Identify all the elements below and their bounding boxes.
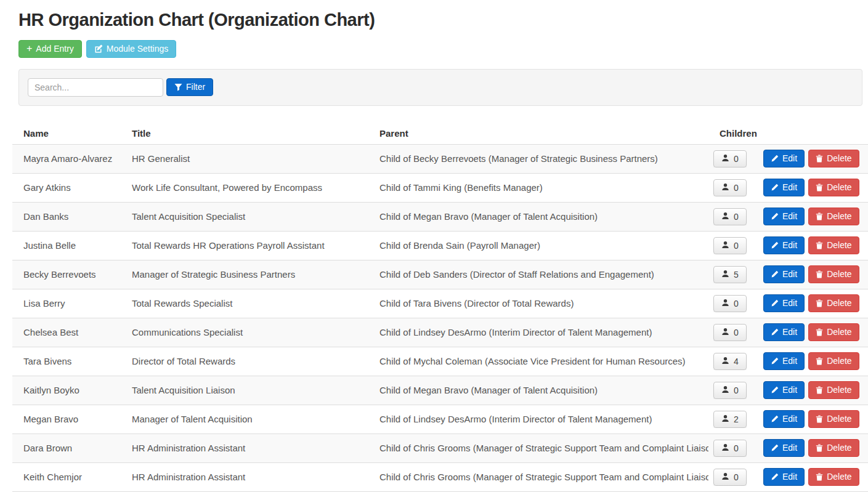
edit-button[interactable]: Edit xyxy=(763,208,805,225)
delete-button[interactable]: Delete xyxy=(808,352,859,370)
children-count-button[interactable]: 0 xyxy=(713,150,747,167)
column-header-children: Children xyxy=(708,128,763,139)
row-parent: Child of Mychal Coleman (Associate Vice … xyxy=(368,356,708,366)
delete-button[interactable]: Delete xyxy=(808,410,859,428)
pencil-icon xyxy=(771,212,779,220)
delete-button[interactable]: Delete xyxy=(808,294,859,312)
person-icon xyxy=(721,414,729,424)
delete-button[interactable]: Delete xyxy=(808,150,859,167)
row-name: Keith Chemjor xyxy=(12,472,121,482)
delete-label: Delete xyxy=(827,269,851,280)
edit-button[interactable]: Edit xyxy=(763,179,805,196)
row-parent: Child of Lindsey DesArmo (Interim Direct… xyxy=(368,327,708,337)
row-children-cell: 0 xyxy=(708,324,763,341)
delete-label: Delete xyxy=(827,443,851,453)
row-name: Kaitlyn Boyko xyxy=(12,385,121,395)
children-count: 0 xyxy=(734,212,739,222)
person-icon xyxy=(721,270,729,280)
row-parent: Child of Megan Bravo (Manager of Talent … xyxy=(368,385,708,395)
children-count: 2 xyxy=(734,414,739,424)
pencil-icon xyxy=(771,415,779,423)
edit-button[interactable]: Edit xyxy=(763,265,805,283)
delete-label: Delete xyxy=(827,414,851,424)
row-children-cell: 0 xyxy=(708,208,763,225)
row-actions: Edit Delete xyxy=(763,323,868,341)
row-actions: Edit Delete xyxy=(763,352,868,370)
person-icon xyxy=(721,154,729,164)
children-count-button[interactable]: 0 xyxy=(713,440,747,457)
row-parent: Child of Tammi King (Benefits Manager) xyxy=(368,182,708,193)
row-title: Director of Total Rewards xyxy=(121,356,368,366)
edit-button[interactable]: Edit xyxy=(763,439,805,457)
table-row: Chelsea Best Communications Specialist C… xyxy=(12,318,868,347)
delete-button[interactable]: Delete xyxy=(808,236,859,254)
delete-button[interactable]: Delete xyxy=(808,208,859,225)
edit-button[interactable]: Edit xyxy=(763,150,805,167)
children-count: 0 xyxy=(734,472,739,482)
row-children-cell: 0 xyxy=(708,469,763,486)
edit-button[interactable]: Edit xyxy=(763,468,805,486)
trash-icon xyxy=(816,328,823,336)
edit-label: Edit xyxy=(782,153,797,164)
children-count-button[interactable]: 0 xyxy=(713,179,747,196)
edit-label: Edit xyxy=(782,443,797,453)
table-row: Megan Bravo Manager of Talent Acquisitio… xyxy=(12,405,868,434)
edit-button[interactable]: Edit xyxy=(763,410,805,428)
row-children-cell: 0 xyxy=(708,179,763,196)
table-row: Keith Chemjor HR Administration Assistan… xyxy=(12,463,868,492)
edit-button[interactable]: Edit xyxy=(763,323,805,341)
pencil-icon xyxy=(771,444,779,452)
row-title: Manager of Talent Acquisition xyxy=(121,414,368,424)
row-title: Total Rewards HR Operations Payroll Assi… xyxy=(121,240,368,251)
delete-button[interactable]: Delete xyxy=(808,468,859,486)
edit-label: Edit xyxy=(782,472,797,482)
delete-button[interactable]: Delete xyxy=(808,323,859,341)
children-count-button[interactable]: 0 xyxy=(713,237,747,254)
filter-label: Filter xyxy=(186,82,205,92)
row-title: Communications Specialist xyxy=(121,327,368,337)
delete-button[interactable]: Delete xyxy=(808,179,859,196)
filter-button[interactable]: Filter xyxy=(166,78,213,96)
edit-button[interactable]: Edit xyxy=(763,381,805,399)
edit-label: Edit xyxy=(782,356,797,366)
children-count: 0 xyxy=(734,183,739,193)
children-count-button[interactable]: 0 xyxy=(713,469,747,486)
search-input[interactable] xyxy=(28,78,163,97)
children-count-button[interactable]: 2 xyxy=(713,411,747,428)
toolbar: + Add Entry Module Settings xyxy=(18,40,868,58)
row-actions: Edit Delete xyxy=(763,179,868,196)
delete-button[interactable]: Delete xyxy=(808,265,859,283)
children-count-button[interactable]: 0 xyxy=(713,295,747,312)
add-entry-button[interactable]: + Add Entry xyxy=(18,40,82,58)
row-name: Gary Atkins xyxy=(12,182,121,193)
children-count-button[interactable]: 0 xyxy=(713,208,747,225)
column-header-name: Name xyxy=(12,128,121,139)
edit-button[interactable]: Edit xyxy=(763,352,805,370)
row-parent: Child of Deb Sanders (Director of Staff … xyxy=(368,269,708,280)
table-body: Mayra Amaro-Alvarez HR Generalist Child … xyxy=(12,145,868,492)
search-panel: Filter xyxy=(18,69,862,106)
pencil-icon xyxy=(771,241,779,249)
person-icon xyxy=(721,328,729,337)
delete-label: Delete xyxy=(827,472,851,482)
row-actions: Edit Delete xyxy=(763,265,868,283)
delete-button[interactable]: Delete xyxy=(808,381,859,399)
edit-label: Edit xyxy=(782,182,797,193)
children-count-button[interactable]: 5 xyxy=(713,266,747,283)
row-actions: Edit Delete xyxy=(763,468,868,486)
row-title: Work Life Consultant, Powered by Encompa… xyxy=(121,182,368,193)
delete-label: Delete xyxy=(827,182,851,193)
edit-button[interactable]: Edit xyxy=(763,236,805,254)
column-header-title: Title xyxy=(121,128,368,139)
children-count-button[interactable]: 0 xyxy=(713,382,747,399)
children-count-button[interactable]: 4 xyxy=(713,353,747,370)
table-row: Dara Brown HR Administration Assistant C… xyxy=(12,434,868,463)
person-icon xyxy=(721,443,729,453)
children-count: 0 xyxy=(734,328,739,337)
delete-button[interactable]: Delete xyxy=(808,439,859,457)
edit-button[interactable]: Edit xyxy=(763,294,805,312)
children-count-button[interactable]: 0 xyxy=(713,324,747,341)
org-chart-table: Name Title Parent Children Mayra Amaro-A… xyxy=(12,123,868,492)
module-settings-button[interactable]: Module Settings xyxy=(86,40,176,58)
filter-funnel-icon xyxy=(174,83,182,91)
